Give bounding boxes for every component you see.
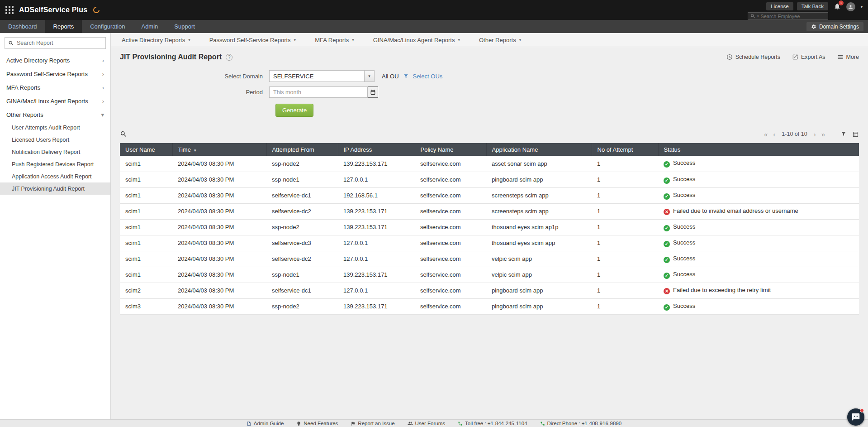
status-text: Success — [673, 176, 695, 182]
sidebar-item-application-access-audit-report[interactable]: Application Access Audit Report — [0, 170, 110, 182]
tab-configuration[interactable]: Configuration — [82, 20, 133, 33]
menu-active-directory-reports[interactable]: Active Directory Reports▾ — [122, 37, 190, 43]
need-features-link[interactable]: Need Features — [296, 421, 338, 426]
next-page-button[interactable]: › — [814, 131, 816, 138]
cell-attempted-from: ssp-node1 — [266, 267, 338, 283]
first-page-button[interactable]: « — [764, 131, 768, 138]
chevron-down-icon: ▾ — [294, 38, 296, 42]
admin-guide-link[interactable]: Admin Guide — [247, 421, 284, 426]
select-ous-link[interactable]: Select OUs — [413, 73, 443, 80]
user-forums-link[interactable]: User Forums — [408, 421, 445, 426]
cell-no-of-attempt: 1 — [592, 267, 658, 283]
domain-settings-button[interactable]: Domain Settings — [806, 22, 863, 31]
column-header-attempted-from[interactable]: Attempted From — [266, 143, 338, 156]
menu-mfa-reports[interactable]: MFA Reports▾ — [315, 37, 354, 43]
search-icon — [750, 14, 755, 19]
content-area: Active Directory Reports▾ Password Self-… — [111, 33, 868, 419]
chevron-right-icon: › — [102, 71, 104, 77]
column-header-time[interactable]: Time▾ — [172, 143, 266, 156]
tab-support[interactable]: Support — [166, 20, 203, 33]
column-header-no-of-attempt[interactable]: No of Attempt — [592, 143, 658, 156]
status-text: Success — [673, 159, 695, 166]
sidebar-item-active-directory-reports[interactable]: Active Directory Reports › — [0, 53, 110, 67]
cell-policy-name: selfservice.com — [415, 203, 486, 219]
cell-ip-address: 139.223.153.171 — [338, 219, 415, 235]
report-search-box — [5, 37, 106, 49]
cell-policy-name: selfservice.com — [415, 251, 486, 267]
direct-phone-number[interactable]: Direct Phone : +1-408-916-9890 — [540, 421, 622, 426]
column-chooser-button[interactable] — [852, 131, 859, 138]
search-options-caret-icon[interactable]: ▾ — [757, 14, 759, 18]
avatar-caret-icon[interactable]: ▾ — [861, 5, 863, 9]
table-row: scim1 2024/04/03 08:30 PM selfservice-dc… — [120, 235, 859, 251]
cell-user-name: scim1 — [120, 267, 172, 283]
calendar-button[interactable] — [368, 86, 378, 98]
tab-reports[interactable]: Reports — [45, 20, 82, 33]
chevron-right-icon: › — [102, 57, 104, 64]
column-header-ip-address[interactable]: IP Address — [338, 143, 415, 156]
column-header-application-name[interactable]: Application Name — [486, 143, 592, 156]
sidebar-item-gina-mac-linux-agent-reports[interactable]: GINA/Mac/Linux Agent Reports › — [0, 94, 110, 108]
table-filter-button[interactable] — [840, 131, 847, 137]
status-text: Success — [673, 223, 695, 230]
menu-other-reports[interactable]: Other Reports▾ — [479, 37, 521, 43]
cell-no-of-attempt: 1 — [592, 187, 658, 203]
cell-ip-address: 127.0.0.1 — [338, 283, 415, 298]
menu-gina-mac-linux-agent-reports[interactable]: GINA/Mac/Linux Agent Reports▾ — [373, 37, 460, 43]
sidebar-item-user-attempts-audit-report[interactable]: User Attempts Audit Report — [0, 121, 110, 134]
table-toolbar: « ‹ 1-10 of 10 › » — [120, 129, 859, 139]
talk-back-button[interactable]: Talk Back — [797, 2, 828, 10]
export-as-button[interactable]: Export As — [792, 54, 825, 60]
more-button[interactable]: More — [837, 54, 859, 60]
prev-page-button[interactable]: ‹ — [773, 131, 775, 138]
table-search-toggle[interactable] — [120, 130, 127, 138]
calendar-icon — [370, 89, 376, 95]
table-row: scim1 2024/04/03 08:30 PM selfservice-dc… — [120, 251, 859, 267]
status-icon — [664, 225, 670, 231]
chat-assistant-button[interactable] — [847, 408, 864, 426]
topbar-right: License Talk Back ▾ 1 ▾ — [748, 0, 863, 20]
cell-no-of-attempt: 1 — [592, 283, 658, 298]
cell-user-name: scim1 — [120, 172, 172, 187]
cell-ip-address: 192.168.56.1 — [338, 187, 415, 203]
sidebar-item-password-self-service-reports[interactable]: Password Self-Service Reports › — [0, 67, 110, 81]
column-header-policy-name[interactable]: Policy Name — [415, 143, 486, 156]
sidebar-item-jit-provisioning-audit-report[interactable]: JIT Provisioning Audit Report — [0, 182, 110, 195]
chat-bot-icon — [851, 413, 860, 422]
last-page-button[interactable]: » — [821, 131, 825, 138]
license-button[interactable]: License — [766, 2, 793, 10]
column-chooser-icon — [852, 131, 859, 138]
cell-application-name: screensteps scim app — [486, 187, 592, 203]
list-icon — [837, 54, 844, 60]
generate-button[interactable]: Generate — [275, 104, 313, 117]
cell-application-name: velpic scim app — [486, 251, 592, 267]
period-input[interactable] — [269, 86, 368, 98]
schedule-reports-button[interactable]: Schedule Reports — [726, 54, 780, 60]
sidebar-item-mfa-reports[interactable]: MFA Reports › — [0, 81, 110, 94]
chevron-down-icon: ▾ — [519, 38, 522, 42]
notifications-bell[interactable]: 1 — [834, 3, 841, 12]
column-header-user-name[interactable]: User Name — [120, 143, 172, 156]
flag-icon — [351, 421, 356, 426]
domain-select[interactable]: SELFSERVICE ▾ — [269, 70, 375, 82]
table-row: scim2 2024/04/03 08:30 PM selfservice-dc… — [120, 283, 859, 298]
sidebar-item-licensed-users-report[interactable]: Licensed Users Report — [0, 134, 110, 146]
employee-search-input[interactable] — [761, 14, 825, 19]
toll-free-number[interactable]: Toll free : +1-844-245-1104 — [458, 421, 527, 426]
report-an-issue-link[interactable]: Report an Issue — [351, 421, 394, 426]
cell-user-name: scim3 — [120, 298, 172, 314]
sort-desc-icon: ▾ — [194, 148, 196, 153]
menu-password-self-service-reports[interactable]: Password Self-Service Reports▾ — [209, 37, 296, 43]
footer: Admin Guide Need Features Report an Issu… — [0, 419, 868, 427]
ou-filter-icon[interactable] — [403, 73, 409, 79]
sidebar-item-push-registered-devices-report[interactable]: Push Registered Devices Report — [0, 158, 110, 170]
column-header-status[interactable]: Status — [658, 143, 859, 156]
help-icon[interactable]: ? — [226, 54, 232, 61]
user-avatar[interactable] — [846, 2, 855, 11]
report-search-input[interactable] — [17, 40, 102, 46]
tab-admin[interactable]: Admin — [133, 20, 166, 33]
apps-grid-icon[interactable] — [5, 6, 14, 14]
sidebar-item-other-reports[interactable]: Other Reports ▾ — [0, 108, 110, 121]
sidebar-item-notification-delivery-report[interactable]: Notification Delivery Report — [0, 146, 110, 158]
tab-dashboard[interactable]: Dashboard — [0, 20, 45, 33]
